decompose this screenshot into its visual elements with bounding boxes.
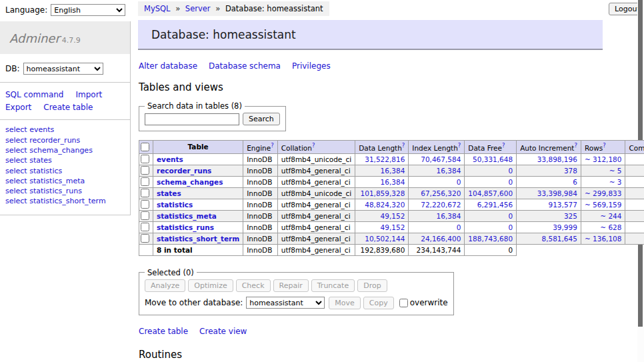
row-checkbox[interactable] (141, 234, 149, 243)
auto-increment-link[interactable]: 33,898,196 (537, 155, 577, 163)
link-create-table[interactable]: Create table (139, 327, 188, 336)
auto-increment-link[interactable]: 378 (564, 167, 577, 175)
data-length-link[interactable]: 49,152 (381, 223, 405, 231)
table-name-link[interactable]: statistics_runs (157, 223, 214, 231)
link-database-schema[interactable]: Database schema (209, 61, 281, 71)
data-length-link[interactable]: 16,384 (381, 178, 405, 186)
rows-link[interactable]: ~ 3 (609, 178, 622, 186)
table-name-link[interactable]: states (157, 189, 181, 197)
sidebar-action-import[interactable]: Import (75, 90, 102, 99)
sidebar-table-link[interactable]: select schema_changes (5, 146, 93, 155)
sidebar-action-create-table[interactable]: Create table (43, 103, 93, 112)
move-button[interactable]: Move (329, 297, 361, 309)
data-free-link[interactable]: 50,331,648 (473, 155, 513, 163)
sidebar-action-export[interactable]: Export (5, 103, 31, 112)
help-link[interactable]: ? (271, 142, 274, 149)
table-name-cell: schema_changes (153, 176, 243, 187)
auto-increment-link[interactable]: 39,999 (553, 223, 577, 231)
data-free-link[interactable]: 0 (508, 212, 513, 220)
sidebar-table-link[interactable]: select statistics_short_term (5, 197, 106, 205)
data-length-link[interactable]: 49,152 (381, 212, 405, 220)
db-select[interactable]: homeassistant (23, 63, 103, 75)
comment-cell (625, 221, 644, 233)
rows-link[interactable]: ~ 299,833 (585, 189, 622, 197)
drop-button[interactable]: Drop (357, 279, 387, 292)
truncate-button[interactable]: Truncate (311, 279, 355, 292)
index-length-link[interactable]: 67,256,320 (421, 189, 461, 197)
sidebar-action-sql-command[interactable]: SQL command (5, 90, 63, 99)
overwrite-checkbox[interactable] (399, 299, 408, 307)
row-checkbox[interactable] (141, 166, 149, 175)
repair-button[interactable]: Repair (273, 279, 309, 292)
auto-increment-cell: 33,898,196 (517, 153, 581, 165)
auto-increment-link[interactable]: 325 (564, 212, 577, 220)
data-length-link[interactable]: 101,859,328 (361, 189, 405, 197)
link-alter-database[interactable]: Alter database (139, 61, 197, 71)
help-link[interactable]: ? (312, 142, 315, 149)
help-link[interactable]: ? (458, 142, 461, 149)
table-name-link[interactable]: statistics (157, 201, 193, 209)
analyze-button[interactable]: Analyze (145, 279, 185, 292)
data-free-link[interactable]: 0 (508, 223, 513, 231)
language-select[interactable]: English (51, 4, 125, 16)
auto-increment-link[interactable]: 913,577 (549, 201, 577, 209)
link-privileges[interactable]: Privileges (292, 61, 331, 71)
sidebar-table-link[interactable]: select events (5, 125, 54, 134)
rows-link[interactable]: ~ 628 (600, 223, 621, 231)
index-length-link[interactable]: 24,166,400 (421, 235, 461, 243)
index-length-link[interactable]: 16,384 (437, 167, 461, 175)
row-checkbox[interactable] (141, 223, 149, 231)
auto-increment-link[interactable]: 6 (573, 178, 577, 186)
row-checkbox[interactable] (141, 211, 149, 220)
data-length-link[interactable]: 31,522,816 (365, 155, 405, 163)
row-checkbox[interactable] (141, 177, 149, 186)
auto-increment-link[interactable]: 8,581,645 (541, 235, 577, 243)
index-length-link[interactable]: 72,220,672 (421, 201, 461, 209)
rows-link[interactable]: ~ 312,180 (585, 155, 622, 163)
sidebar-table-link[interactable]: select recorder_runs (5, 136, 80, 145)
data-free-link[interactable]: 6,291,456 (477, 201, 513, 209)
index-length-link[interactable]: 0 (457, 223, 461, 231)
row-checkbox[interactable] (141, 189, 149, 197)
sidebar-table-link[interactable]: select statistics (5, 167, 62, 175)
data-free-link[interactable]: 188,743,680 (468, 235, 513, 243)
sidebar-table-link[interactable]: select statistics_meta (5, 177, 85, 185)
check-button[interactable]: Check (236, 279, 271, 292)
optimize-button[interactable]: Optimize (188, 279, 233, 292)
help-link[interactable]: ? (402, 142, 405, 149)
sidebar-table-link[interactable]: select states (5, 156, 52, 165)
data-length-link[interactable]: 16,384 (381, 167, 405, 175)
breadcrumb-link[interactable]: MySQL (144, 4, 171, 13)
data-length-link[interactable]: 10,502,144 (365, 235, 405, 243)
link-create-view[interactable]: Create view (199, 327, 247, 336)
auto-increment-link[interactable]: 33,398,984 (537, 189, 577, 197)
search-input[interactable] (145, 113, 239, 125)
table-name-link[interactable]: statistics_short_term (157, 235, 239, 243)
rows-link[interactable]: ~ 244 (600, 212, 621, 220)
index-length-link[interactable]: 70,467,584 (421, 155, 461, 163)
table-name-link[interactable]: recorder_runs (157, 167, 211, 175)
rows-link[interactable]: ~ 136,108 (585, 235, 622, 243)
row-checkbox[interactable] (141, 155, 149, 163)
help-link[interactable]: ? (502, 142, 505, 149)
breadcrumb-link[interactable]: Server (185, 4, 211, 13)
index-length-link[interactable]: 16,384 (437, 212, 461, 220)
rows-link[interactable]: ~ 569,159 (585, 201, 622, 209)
data-free-link[interactable]: 0 (508, 167, 513, 175)
move-db-select[interactable]: homeassistant (246, 297, 325, 309)
search-button[interactable]: Search (243, 113, 280, 125)
table-name-link[interactable]: schema_changes (157, 178, 223, 186)
help-link[interactable]: ? (603, 142, 606, 149)
rows-link[interactable]: ~ 5 (609, 167, 622, 175)
data-free-link[interactable]: 0 (508, 178, 513, 186)
data-length-link[interactable]: 48,824,320 (365, 201, 405, 209)
table-name-link[interactable]: events (157, 155, 183, 163)
index-length-link[interactable]: 0 (457, 178, 461, 186)
table-name-link[interactable]: statistics_meta (157, 212, 217, 220)
data-free-link[interactable]: 104,857,600 (468, 189, 513, 197)
help-link[interactable]: ? (574, 142, 577, 149)
sidebar-table-link[interactable]: select statistics_runs (5, 187, 82, 195)
copy-button[interactable]: Copy (363, 297, 394, 309)
select-all-checkbox[interactable] (141, 143, 149, 151)
row-checkbox[interactable] (141, 200, 149, 209)
